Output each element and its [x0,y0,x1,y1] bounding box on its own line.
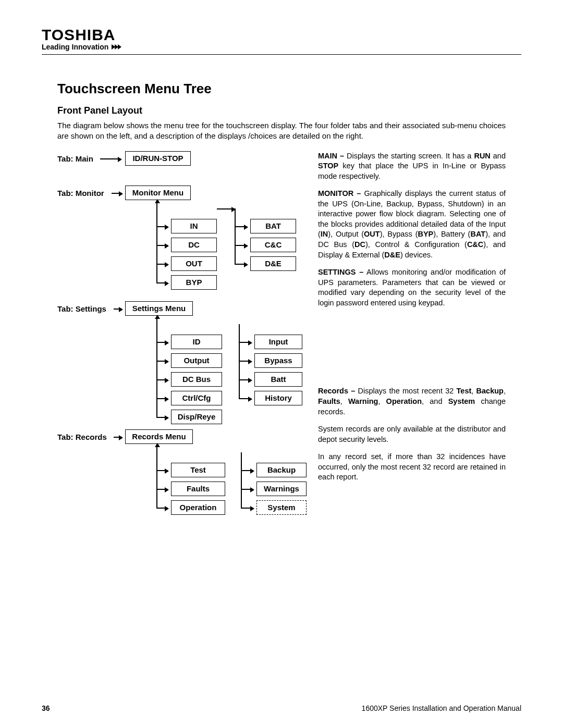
box-dc: DC [171,238,217,252]
intro-text: The diagram below shows the menu tree fo… [57,120,506,142]
page: TOSHIBA Leading Innovation Touchscreen M… [0,0,563,728]
chevron-icon [112,44,121,50]
line [156,316,157,418]
box-in: IN [171,219,217,233]
page-title: Touchscreen Menu Tree [57,81,521,97]
arrow-icon [156,226,168,227]
menu-tree-diagram: Tab: Main ID/RUN-STOP Tab: Monitor Monit… [57,151,308,532]
box-faults: Faults [171,482,225,496]
desc-rec-note: In any record set, if more than 32 incid… [318,452,506,483]
label-main: MAIN – [318,152,344,160]
content-row: Tab: Main ID/RUN-STOP Tab: Monitor Monit… [57,151,506,532]
arrow-icon [156,379,168,380]
arrow-icon [239,342,251,343]
arrow-icon [156,470,168,471]
box-ctrlcfg: Ctrl/Cfg [171,391,222,405]
arrow-icon [241,489,253,490]
line [156,444,157,509]
box-de: D&E [250,256,296,271]
box-settings-menu: Settings Menu [125,301,193,316]
box-test: Test [171,463,225,477]
tab-records-label: Tab: Records [57,433,107,441]
box-cc: C&C [250,238,296,252]
box-warnings: Warnings [256,482,307,496]
tab-settings-label: Tab: Settings [57,304,106,313]
arrow-icon [241,470,253,471]
arrow-icon [114,437,122,438]
box-byp: BYP [171,275,217,290]
arrow-icon [156,417,168,418]
desc-main: MAIN – Displays the starting screen. It … [318,151,506,182]
footer: 36 1600XP Series Installation and Operat… [42,704,521,712]
arrow-icon [156,245,168,246]
arrow-icon [156,489,168,490]
box-history: History [254,391,302,405]
label-monitor: MONITOR – [318,189,361,198]
box-input: Input [254,335,302,349]
tab-monitor-label: Tab: Monitor [57,189,104,198]
arrow-icon [156,264,168,265]
box-id-run-stop: ID/RUN-STOP [125,151,191,166]
label-records: Records – [318,387,355,395]
page-number: 36 [42,704,50,712]
label-settings: SETTINGS – [318,268,363,276]
arrow-icon [235,226,247,227]
desc-monitor: MONITOR – Graphically displays the curre… [318,189,506,260]
box-bat: BAT [250,219,296,233]
brand-logo: TOSHIBA [42,26,521,44]
tagline-text: Leading Innovation [42,43,108,51]
box-out: OUT [171,256,217,271]
line [235,208,236,265]
header-rule [42,54,521,55]
arrow-icon [114,309,122,310]
arrow-icon [235,264,247,265]
box-id: ID [171,335,222,349]
arrow-icon [156,398,168,399]
box-dcbus: DC Bus [171,372,222,387]
box-system: System [256,500,307,515]
arrow-icon [239,361,251,362]
desc-records: Records – Displays the most recent 32 Te… [318,386,506,417]
box-operation: Operation [171,500,225,515]
footer-doc-title: 1600XP Series Installation and Operation… [362,704,521,712]
line [217,208,235,209]
box-backup: Backup [256,463,307,477]
box-batt: Batt [254,372,302,387]
arrow-icon [156,342,168,343]
arrow-icon [239,379,251,380]
box-records-menu: Records Menu [125,429,193,444]
box-output: Output [171,353,222,368]
box-bypass: Bypass [254,353,302,368]
desc-sys-note: System records are only available at the… [318,424,506,445]
arrow-icon [241,508,253,509]
line [156,200,157,283]
arrow-icon [156,508,168,509]
arrow-icon [235,245,247,246]
box-monitor-menu: Monitor Menu [125,186,191,200]
box-dispreye: Disp/Reye [171,410,222,424]
line [239,324,240,399]
desc-settings: SETTINGS – Allows monitoring and/or modi… [318,267,506,308]
tab-main-label: Tab: Main [57,154,93,163]
arrow-icon [239,398,251,399]
section-title: Front Panel Layout [57,105,521,116]
tagline: Leading Innovation [42,43,521,51]
arrow-icon [156,361,168,362]
line [241,452,242,509]
description-column: MAIN – Displays the starting screen. It … [318,151,506,532]
arrow-icon [156,282,168,283]
arrow-icon [112,193,122,194]
arrow-icon [100,158,121,159]
